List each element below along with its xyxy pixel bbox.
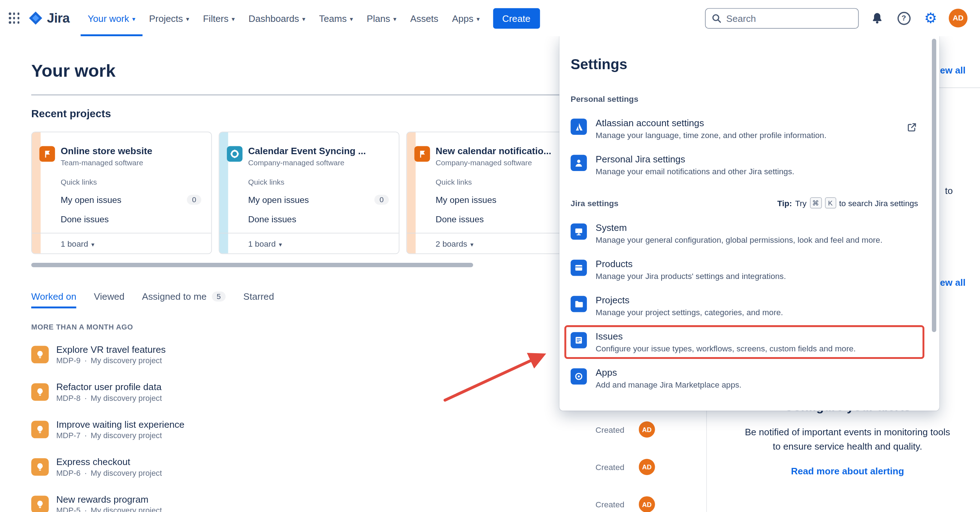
quick-links-label: Quick links (248, 178, 284, 187)
nav-projects[interactable]: Projects (142, 0, 196, 36)
nav-plans[interactable]: Plans (360, 0, 403, 36)
settings-panel-title: Settings (571, 56, 918, 73)
project-name: My discovery project (91, 506, 162, 512)
work-item-row[interactable]: Improve waiting list experience MDP-7·My… (31, 411, 694, 448)
settings-item-title: Personal Jira settings (595, 154, 794, 164)
settings-item-desc: Manage your email notifications and othe… (595, 167, 794, 176)
gear-glyph: ⚙ (924, 11, 937, 25)
project-type: Team-managed software (60, 159, 205, 167)
work-item-row[interactable]: Express checkout MDP-6·My discovery proj… (31, 448, 694, 485)
separator: · (84, 506, 87, 512)
tab-viewed[interactable]: Viewed (94, 291, 124, 308)
panel-scrollbar-thumb[interactable] (932, 39, 936, 332)
project-avatar-icon (414, 146, 430, 162)
jira-app: Jira Your work Projects Filters Dashboar… (0, 0, 980, 512)
view-all-link-top[interactable]: ew all (940, 65, 966, 76)
issue-key: MDP-9 (56, 357, 81, 365)
work-item-row[interactable]: New rewards program MDP-5·My discovery p… (31, 486, 694, 512)
status-label: Created (595, 462, 625, 471)
board-count-label: 2 boards (436, 239, 468, 248)
tab-assigned-to-me[interactable]: Assigned to me 5 (142, 291, 226, 308)
search-input[interactable] (726, 13, 852, 24)
global-search[interactable] (705, 8, 859, 29)
settings-item-personal-jira[interactable]: Personal Jira settings Manage your email… (571, 154, 918, 176)
open-issues-label: My open issues (60, 195, 121, 205)
quick-link-open-issues[interactable]: My open issues 0 (60, 195, 201, 205)
help-question-glyph: ? (897, 11, 910, 25)
nav-dashboards[interactable]: Dashboards (242, 0, 312, 36)
work-item-title[interactable]: New rewards program (56, 494, 162, 504)
assignee-avatar[interactable]: AD (639, 496, 655, 512)
settings-item-desc: Configure your issue types, workflows, s… (595, 344, 856, 353)
nav-projects-label: Projects (149, 13, 183, 24)
board-count-label: 1 board (60, 239, 88, 248)
nav-assets[interactable]: Assets (404, 0, 445, 36)
assignee-avatar[interactable]: AD (639, 459, 655, 475)
settings-dropdown-panel: Settings Personal settings Atlassian acc… (559, 36, 939, 411)
project-type: Company-managed software (248, 159, 392, 167)
nav-dashboards-label: Dashboards (248, 13, 299, 24)
assignee-avatar[interactable]: AD (639, 421, 655, 437)
help-icon[interactable]: ? (895, 10, 913, 27)
settings-item-title: Atlassian account settings (595, 117, 826, 128)
quick-link-open-issues[interactable]: My open issues 0 (248, 195, 389, 205)
board-selector[interactable]: 1 board (220, 233, 399, 253)
search-icon (712, 13, 721, 22)
settings-item-apps[interactable]: Apps Add and manage Jira Marketplace app… (571, 367, 918, 390)
separator: · (84, 394, 87, 403)
project-name: My discovery project (91, 469, 162, 477)
quick-link-done-issues[interactable]: Done issues (248, 214, 389, 224)
status-label: Created (595, 500, 625, 509)
nav-apps-label: Apps (452, 13, 474, 24)
tab-label: Viewed (94, 291, 124, 301)
idea-icon (31, 346, 49, 363)
nav-teams[interactable]: Teams (312, 0, 360, 36)
user-avatar[interactable]: AD (949, 9, 967, 27)
create-button[interactable]: Create (493, 8, 540, 29)
work-item-title[interactable]: Explore VR travel features (56, 344, 166, 355)
alerts-body: Be notified of important events in monit… (741, 425, 954, 453)
view-all-link-mid[interactable]: ew all (940, 277, 966, 288)
jira-logo[interactable]: Jira (29, 11, 70, 26)
tab-label: Worked on (31, 291, 76, 301)
tab-starred[interactable]: Starred (243, 291, 274, 308)
issue-key: MDP-7 (56, 431, 81, 440)
quick-links-label: Quick links (436, 178, 472, 187)
tab-worked-on[interactable]: Worked on (31, 291, 76, 308)
work-item-title[interactable]: Express checkout (56, 457, 162, 467)
horizontal-scrollbar-thumb[interactable] (31, 263, 473, 267)
open-issues-label: My open issues (436, 195, 496, 205)
nav-filters[interactable]: Filters (196, 0, 242, 36)
issue-key: MDP-5 (56, 506, 81, 512)
work-item-title[interactable]: Refactor user profile data (56, 382, 162, 392)
nav-apps[interactable]: Apps (445, 0, 487, 36)
tip-try: Try (795, 198, 807, 208)
settings-item-products[interactable]: Products Manage your Jira products' sett… (571, 258, 918, 281)
project-avatar-icon (227, 146, 243, 162)
quick-link-done-issues[interactable]: Done issues (60, 214, 201, 224)
project-card-online-store[interactable]: Online store website Team-managed softwa… (31, 132, 212, 254)
separator: · (84, 431, 87, 440)
nav-plans-label: Plans (367, 13, 390, 24)
settings-item-atlassian-account[interactable]: Atlassian account settings Manage your l… (571, 117, 918, 140)
jira-logo-icon (29, 11, 43, 26)
settings-gear-icon[interactable]: ⚙ (922, 10, 939, 27)
read-more-alerting-link[interactable]: Read more about alerting (791, 466, 904, 477)
settings-item-issues[interactable]: Issues Configure your issue types, workf… (571, 331, 918, 353)
apps-icon (571, 368, 587, 384)
work-item-subtitle: MDP-9·My discovery project (56, 357, 166, 365)
rail-text-fragment: to (945, 185, 953, 196)
board-selector[interactable]: 1 board (32, 233, 212, 253)
app-switcher-icon[interactable] (9, 13, 19, 24)
nav-your-work[interactable]: Your work (81, 0, 142, 36)
notifications-icon[interactable] (868, 10, 886, 27)
quick-link-done-issues[interactable]: Done issues (436, 214, 576, 224)
products-icon (571, 260, 587, 276)
open-issues-count: 0 (374, 195, 389, 205)
settings-item-projects[interactable]: Projects Manage your project settings, c… (571, 295, 918, 317)
project-card-calendar-sync[interactable]: Calendar Event Syncing ... Company-manag… (219, 132, 399, 254)
work-item-title[interactable]: Improve waiting list experience (56, 419, 185, 430)
idea-icon (31, 496, 49, 512)
settings-item-system[interactable]: System Manage your general configuration… (571, 222, 918, 245)
quick-link-open-issues[interactable]: My open issues 4 (436, 195, 576, 205)
